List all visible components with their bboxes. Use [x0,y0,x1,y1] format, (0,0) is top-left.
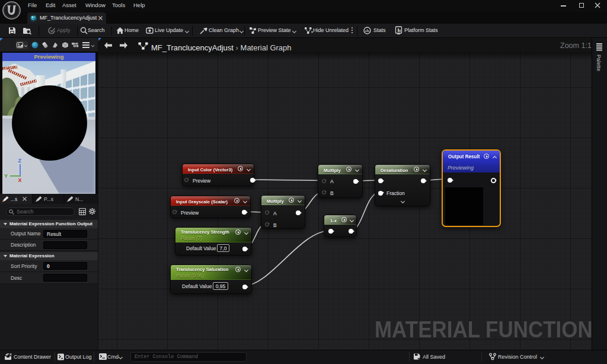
svg-text:Z: Z [18,158,22,164]
svg-text:X: X [18,177,22,183]
svg-text:Y: Y [4,173,8,179]
